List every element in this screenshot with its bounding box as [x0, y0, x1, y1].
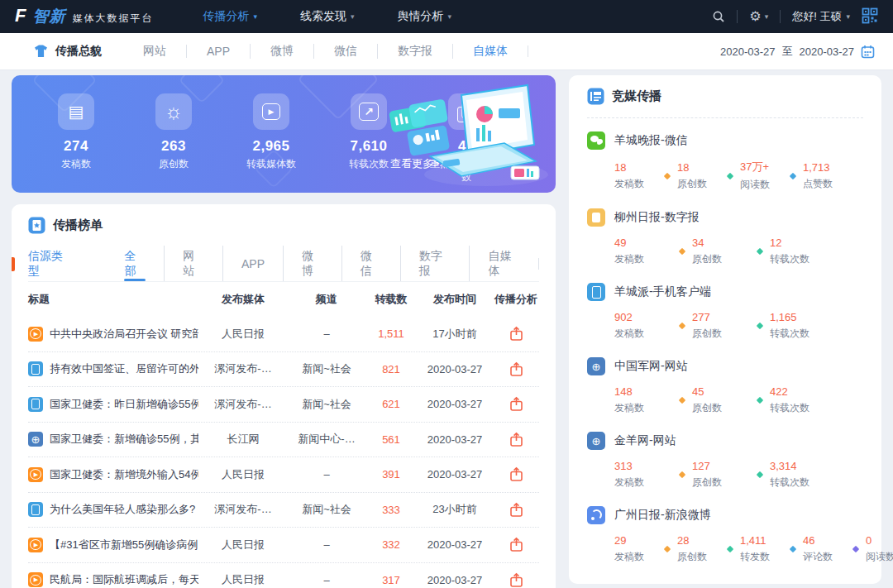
article-title-cell[interactable]: 国家卫健委：昨日新增确诊55例…: [28, 397, 198, 412]
competitor-name: 金羊网-网站: [614, 433, 676, 448]
search-icon[interactable]: [712, 10, 725, 23]
publish-time-cell: 2020-03-27: [417, 398, 493, 410]
competitor-name-row[interactable]: 广州日报-新浪微博: [587, 506, 863, 524]
gear-icon: ⚙: [749, 10, 761, 23]
source-type-tab[interactable]: 全部: [106, 246, 164, 281]
competitor-stat-label: 原创数: [692, 327, 752, 341]
source-type-tab[interactable]: 微博: [283, 246, 341, 281]
competitor-stat-label: 转载次数: [770, 476, 829, 490]
brand-logo[interactable]: F 智新 媒体大数据平台: [15, 6, 153, 27]
logo-f-mark: F: [15, 7, 26, 25]
spread-analysis-button[interactable]: [509, 537, 523, 552]
competitor-stat-label: 原创数: [692, 252, 752, 266]
date-join: 至: [782, 44, 793, 59]
source-type-tab[interactable]: 自媒体: [469, 246, 538, 281]
spread-analysis-button[interactable]: [509, 432, 523, 447]
competitor-stat: 313 发稿数: [614, 460, 674, 490]
tab-overview[interactable]: 传播总貌: [33, 44, 102, 59]
article-title-cell[interactable]: 中共中央政治局召开会议 研究部署: [28, 327, 198, 342]
competitor-stat-label: 点赞数: [803, 177, 848, 191]
competitor-stat: 45 原创数: [680, 385, 752, 415]
spread-analysis-button[interactable]: [509, 396, 523, 412]
channel-cell: 新闻~社会: [288, 397, 365, 412]
article-title-cell[interactable]: 为什么美国年轻人感染那么多? …: [28, 502, 198, 517]
competitor-stat-value: 902: [614, 311, 674, 323]
repost-count-cell: 821: [365, 363, 417, 375]
spread-analysis-button[interactable]: [509, 572, 523, 588]
settings-button[interactable]: ⚙ ▾: [749, 10, 768, 23]
repost-count-cell: 332: [365, 538, 417, 551]
table-row: 国家卫健委：新增境外输入54例 … 人民日报 – 391 2020-03-27: [28, 457, 539, 493]
spread-analysis-button[interactable]: [509, 502, 523, 518]
repost-count-cell: 333: [365, 504, 417, 516]
publish-time-cell: 2020-03-27: [417, 363, 493, 375]
competitor-name-row[interactable]: 金羊网-网站: [587, 432, 863, 450]
spread-analysis-button[interactable]: [509, 326, 523, 342]
competitor-stat-label: 原创数: [692, 476, 752, 490]
competitor-stat-label: 转载次数: [770, 401, 829, 415]
user-greeting: 您好! 王硕: [792, 9, 841, 24]
table-column-header: 发布时间: [417, 292, 493, 307]
channel-tab[interactable]: 微信: [313, 44, 377, 59]
diamond-separator-icon: [757, 323, 763, 329]
competitor-stat-value: 18: [677, 161, 722, 174]
competitor-name: 羊城派-手机客户端: [614, 284, 711, 299]
competitor-stat-value: 46: [803, 534, 848, 547]
competitor-name-row[interactable]: 羊城派-手机客户端: [587, 283, 863, 301]
media-type-icon: [28, 397, 43, 412]
navbar-menu-label: 舆情分析: [398, 9, 444, 24]
source-type-tab[interactable]: 数字报: [400, 246, 470, 281]
channel-tab[interactable]: 数字报: [377, 44, 452, 59]
channel-cell: 新闻~社会: [288, 502, 365, 517]
competitor-stat-label: 原创数: [677, 177, 722, 191]
qr-code-icon[interactable]: [862, 7, 878, 26]
channel-tab[interactable]: APP: [186, 45, 250, 58]
competitor-stat-value: 313: [614, 460, 674, 472]
date-range-picker[interactable]: 2020-03-27 至 2020-03-27: [720, 44, 875, 59]
upload-share-icon: [509, 361, 523, 377]
competitor-name-row[interactable]: 柳州日报-数字报: [587, 208, 863, 227]
competitor-name-row[interactable]: 羊城晚报-微信: [587, 131, 863, 150]
table-column-header: 频道: [288, 292, 365, 307]
competitor-stat-value: 29: [614, 534, 659, 547]
navbar-menu-item[interactable]: 舆情分析 ▾: [398, 9, 452, 24]
competitor-stat: 28 原创数: [665, 534, 722, 564]
competitor-name-row[interactable]: 中国军网-网站: [587, 357, 863, 375]
channel-tab[interactable]: 网站: [123, 44, 186, 59]
banner-stat: 274 发稿数: [36, 93, 116, 184]
banner-stat-label: 原创数: [159, 158, 189, 171]
competitor-stat-label: 发稿数: [614, 476, 674, 490]
spread-analysis-button[interactable]: [509, 466, 523, 482]
channel-tab[interactable]: 微博: [250, 44, 313, 59]
banner-stat: 263 原创数: [134, 93, 213, 184]
article-title-cell[interactable]: 民航局：国际航班调减后，每天…: [28, 572, 198, 587]
publish-media-cell: 人民日报: [198, 572, 288, 587]
user-menu[interactable]: 您好! 王硕 ▾: [792, 9, 850, 24]
diamond-separator-icon: [852, 546, 859, 552]
diamond-separator-icon: [679, 471, 685, 478]
article-title-cell[interactable]: 国家卫健委：新增境外输入54例 …: [28, 467, 198, 482]
diamond-separator-icon: [679, 397, 685, 404]
article-title-cell[interactable]: 持有效中国签证、居留许可的外…: [28, 361, 198, 376]
competitor-stat: 18 原创数: [665, 160, 722, 192]
chevron-down-icon: ▾: [448, 12, 452, 21]
logo-brand-text: 智新: [32, 6, 65, 27]
overview-label: 传播总貌: [55, 44, 102, 59]
table-column-header: 传播分析: [493, 292, 539, 307]
date-end: 2020-03-27: [800, 45, 855, 58]
spread-analysis-button[interactable]: [509, 361, 523, 377]
banner-stat-icon: [253, 93, 289, 130]
ranking-panel-icon: [28, 217, 45, 234]
competitor-stat: 3,314 转载次数: [757, 460, 829, 490]
channel-tab[interactable]: 自媒体: [452, 44, 528, 59]
article-title-cell[interactable]: 国家卫健委：新增确诊55例，其…: [28, 432, 198, 447]
article-title-cell[interactable]: 【#31省区市新增55例确诊病例: [28, 538, 198, 552]
upload-share-icon: [509, 432, 523, 447]
navbar-menu-item[interactable]: 传播分析 ▾: [203, 9, 257, 24]
source-type-label: 信源类型: [28, 249, 73, 279]
source-type-tab[interactable]: 微信: [341, 246, 400, 281]
source-type-tab[interactable]: 网站: [164, 246, 222, 281]
navbar-menu-item[interactable]: 线索发现 ▾: [300, 9, 355, 24]
source-type-tab[interactable]: APP: [222, 246, 283, 281]
chevron-down-icon: ▾: [765, 12, 769, 21]
